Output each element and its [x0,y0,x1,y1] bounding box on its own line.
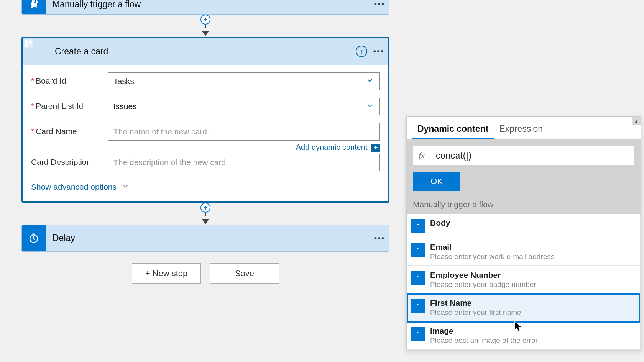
save-button[interactable]: Save [210,263,279,284]
show-advanced-toggle[interactable]: Show advanced options [31,179,380,194]
step-delay[interactable]: Delay ••• [21,225,389,252]
connector-2: + [21,203,389,225]
add-dynamic-plus-icon[interactable]: + [371,144,380,152]
trigger-icon [22,0,46,14]
parent-list-select[interactable]: Issues [108,98,380,115]
token-icon [411,219,425,233]
trello-icon [23,38,48,65]
dyn-item-email[interactable]: Email Please enter your work e-mail addr… [407,238,640,266]
add-step-plus-icon[interactable]: + [200,15,210,25]
new-step-button[interactable]: + New step [132,263,201,284]
expression-input[interactable]: fx concat(|) [413,146,634,165]
dyn-item-first-name[interactable]: First Name Please enter your first name [407,294,640,322]
card-desc-input[interactable]: The description of the new card. [108,154,380,171]
chevron-down-icon [366,102,374,112]
card-name-label: *Card Name [31,123,108,136]
step-create-card-menu[interactable]: ••• [369,46,388,56]
card-name-input[interactable]: The name of the new card. [108,123,380,141]
info-button[interactable]: i [354,46,369,57]
step-trigger-title: Manually trigger a flow [46,0,370,14]
svg-rect-2 [25,40,28,47]
step-delay-title: Delay [46,225,370,251]
step-trigger-menu[interactable]: ••• [370,0,389,14]
tab-expression[interactable]: Expression [494,119,548,139]
dyn-item-image[interactable]: Image Please post an image of the error [407,322,640,350]
step-create-card-title: Create a card [48,46,354,57]
dyn-item-body[interactable]: Body [407,214,640,238]
token-icon [411,271,425,285]
connector-1: + [21,15,389,37]
add-dynamic-content-link[interactable]: Add dynamic content [296,143,368,151]
expression-value: concat(|) [430,151,634,161]
board-id-label: *Board Id [31,72,108,85]
card-desc-label: Card Description [31,154,108,167]
chevron-down-icon [366,76,374,87]
token-icon [411,327,425,341]
dynamic-items-list[interactable]: ▲ Body Email Please enter your work e-ma… [407,214,641,350]
token-icon [411,243,425,257]
parent-list-label: *Parent List Id [31,98,108,111]
svg-rect-3 [29,40,32,44]
chevron-down-icon [121,182,130,192]
add-step-plus-icon[interactable]: + [200,203,210,213]
board-id-select[interactable]: Tasks [108,72,380,90]
dynamic-section-header: Manually trigger a flow [413,196,634,214]
dyn-item-employee-number[interactable]: Employee Number Please enter your badge … [407,266,640,294]
tab-dynamic-content[interactable]: Dynamic content [412,119,494,139]
dynamic-content-panel: Dynamic content Expression fx concat(|) … [406,116,641,350]
board-id-value: Tasks [113,77,134,86]
info-icon: i [356,46,367,57]
ok-button[interactable]: OK [413,172,460,191]
timer-icon [22,225,46,251]
step-create-card: Create a card i ••• *Board Id Tasks [21,37,389,203]
step-delay-menu[interactable]: ••• [370,225,389,251]
token-icon [411,299,425,313]
fx-icon: fx [413,146,430,165]
step-trigger[interactable]: Manually trigger a flow ••• [21,0,389,15]
parent-list-value: Issues [113,102,137,111]
